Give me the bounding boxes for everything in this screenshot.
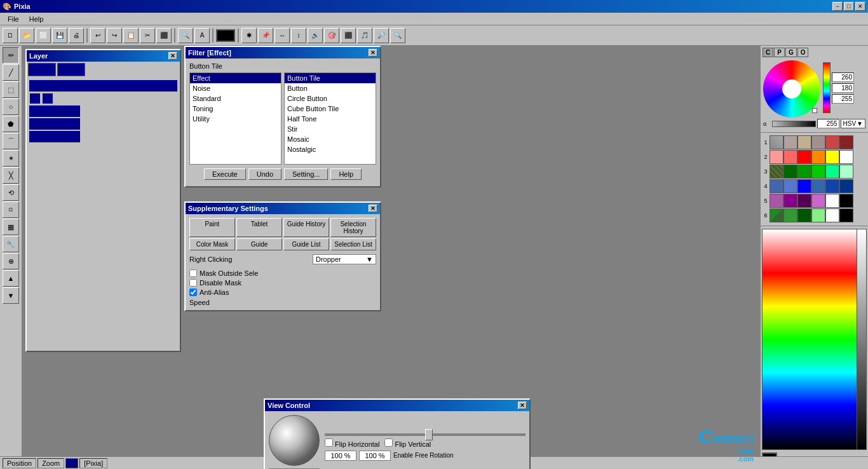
- tool-star[interactable]: ✴: [3, 150, 19, 167]
- palette-cell[interactable]: [770, 135, 783, 149]
- palette-cell[interactable]: [839, 194, 853, 208]
- val-value[interactable]: 255: [832, 94, 854, 104]
- palette-cell[interactable]: [770, 194, 783, 208]
- toolbar-zoom-out[interactable]: 🔍: [390, 28, 405, 43]
- tool-grid[interactable]: ▦: [3, 219, 19, 235]
- palette-cell[interactable]: [825, 194, 839, 208]
- palette-cell[interactable]: [839, 135, 853, 149]
- palette-cell[interactable]: [825, 179, 839, 193]
- toolbar-paste[interactable]: 📋: [123, 28, 139, 43]
- view-window-close[interactable]: ✕: [518, 402, 527, 409]
- filter-item-button-tile[interactable]: Button Tile: [285, 73, 376, 83]
- palette-cell[interactable]: [783, 150, 797, 164]
- palette-cell[interactable]: [811, 135, 825, 149]
- toolbar-fx1[interactable]: ✱: [241, 28, 257, 43]
- palette-cell[interactable]: [811, 208, 825, 222]
- tab-guide-history[interactable]: Guide History: [283, 218, 329, 237]
- palette-cell[interactable]: [797, 194, 811, 208]
- tool-extra2[interactable]: ▼: [3, 287, 19, 304]
- palette-cell[interactable]: [783, 179, 797, 193]
- palette-cell[interactable]: [783, 165, 797, 179]
- mask-outside-checkbox[interactable]: [189, 269, 197, 277]
- tool-rotate[interactable]: ⟲: [3, 184, 19, 201]
- palette-cell[interactable]: [811, 165, 825, 179]
- palette-cell[interactable]: [783, 208, 797, 222]
- toolbar-save[interactable]: 💾: [52, 28, 67, 43]
- brightness-strip[interactable]: [857, 229, 866, 449]
- tab-tablet[interactable]: Tablet: [236, 218, 282, 237]
- palette-cell[interactable]: [811, 194, 825, 208]
- anti-alias-checkbox[interactable]: [189, 289, 197, 296]
- filter-item-stir[interactable]: Stir: [285, 124, 376, 134]
- tool-cross[interactable]: ╳: [3, 167, 19, 184]
- toolbar-search[interactable]: 🔍: [178, 28, 193, 43]
- palette-cell[interactable]: [770, 150, 783, 164]
- pct-box-2[interactable]: 100 %: [359, 451, 391, 461]
- palette-cell[interactable]: [839, 208, 853, 222]
- palette-cell[interactable]: [825, 208, 839, 222]
- filter-item-utility[interactable]: Utility: [190, 114, 281, 124]
- tool-ellipse[interactable]: ○: [3, 99, 19, 115]
- filter-item-effect[interactable]: Effect: [190, 73, 281, 83]
- color-mode-selector[interactable]: HSV ▼: [841, 119, 865, 128]
- toolbar-fx4[interactable]: ↕: [291, 28, 306, 43]
- tool-rect[interactable]: ⬚: [3, 81, 19, 98]
- right-clicking-dropdown[interactable]: Dropper ▼: [313, 254, 376, 264]
- menu-help[interactable]: Help: [24, 14, 49, 24]
- filter-item-cube-button-tile[interactable]: Cube Button Tile: [285, 104, 376, 114]
- view-slider-thumb[interactable]: [425, 429, 433, 440]
- filter-item-noise[interactable]: Noise: [190, 83, 281, 93]
- toolbar-print[interactable]: 🖨: [69, 28, 84, 43]
- filter-item-standard[interactable]: Standard: [190, 93, 281, 104]
- help-button[interactable]: Help: [330, 168, 362, 180]
- tool-zoom[interactable]: ⊕: [3, 253, 19, 269]
- rp-tab-p[interactable]: P: [774, 48, 785, 57]
- toolbar-fx6[interactable]: 🎯: [324, 28, 339, 43]
- filter-item-button[interactable]: Button: [285, 83, 376, 93]
- toolbar-copy[interactable]: ⬛: [156, 28, 172, 43]
- palette-cell[interactable]: [811, 179, 825, 193]
- filter-item-nostalgic[interactable]: Nostalgic: [285, 144, 376, 154]
- tool-settings[interactable]: 🔧: [3, 236, 19, 252]
- tab-guide-list[interactable]: Guide List: [283, 238, 329, 250]
- gradient-strip[interactable]: [762, 229, 867, 450]
- palette-cell[interactable]: [797, 208, 811, 222]
- tab-paint[interactable]: Paint: [189, 218, 235, 237]
- toolbar-undo[interactable]: ↩: [90, 28, 105, 43]
- filter-window-close[interactable]: ✕: [369, 49, 377, 57]
- layer-tab-2[interactable]: [57, 63, 85, 76]
- filter-item-circle-button[interactable]: Circle Button: [285, 93, 376, 104]
- toolbar-cut[interactable]: ✂: [140, 28, 155, 43]
- tab-color-mask[interactable]: Color Mask: [189, 238, 235, 250]
- palette-cell[interactable]: [825, 150, 839, 164]
- alpha-slider[interactable]: [772, 121, 816, 127]
- toolbar-fx5[interactable]: 🔊: [308, 28, 323, 43]
- palette-cell[interactable]: [839, 179, 853, 193]
- filter-left-list[interactable]: Effect Noise Standard Toning Utility: [189, 72, 281, 165]
- toolbar-fx3[interactable]: ↔: [275, 28, 290, 43]
- palette-cell[interactable]: [839, 150, 853, 164]
- rp-tab-g[interactable]: G: [785, 48, 797, 57]
- palette-cell[interactable]: [825, 135, 839, 149]
- layer-row-1[interactable]: [29, 80, 177, 92]
- tab-guide[interactable]: Guide: [236, 238, 282, 250]
- tab-selection-list[interactable]: Selection List: [330, 238, 376, 250]
- palette-cell[interactable]: [797, 150, 811, 164]
- filter-right-list[interactable]: Button Tile Button Circle Button Cube Bu…: [284, 72, 376, 165]
- rp-tab-o[interactable]: O: [797, 48, 809, 57]
- tool-curve[interactable]: ⌒: [3, 133, 19, 149]
- tool-transform[interactable]: ⌑: [3, 201, 19, 218]
- alpha-value[interactable]: 255: [817, 119, 839, 128]
- palette-cell[interactable]: [825, 165, 839, 179]
- tool-polygon[interactable]: ⬟: [3, 116, 19, 132]
- hue-slider[interactable]: [823, 62, 831, 113]
- palette-cell[interactable]: [783, 194, 797, 208]
- sat-value[interactable]: 180: [832, 83, 854, 93]
- toolbar-scan[interactable]: ⬜: [36, 28, 51, 43]
- minimize-button[interactable]: −: [832, 2, 843, 11]
- status-nav-btn[interactable]: [65, 458, 78, 468]
- flip-vertical-checkbox[interactable]: [384, 438, 393, 447]
- rp-tab-c[interactable]: C: [763, 48, 773, 57]
- menu-file[interactable]: File: [3, 14, 24, 24]
- toolbar-zoom-in[interactable]: 🔎: [374, 28, 389, 43]
